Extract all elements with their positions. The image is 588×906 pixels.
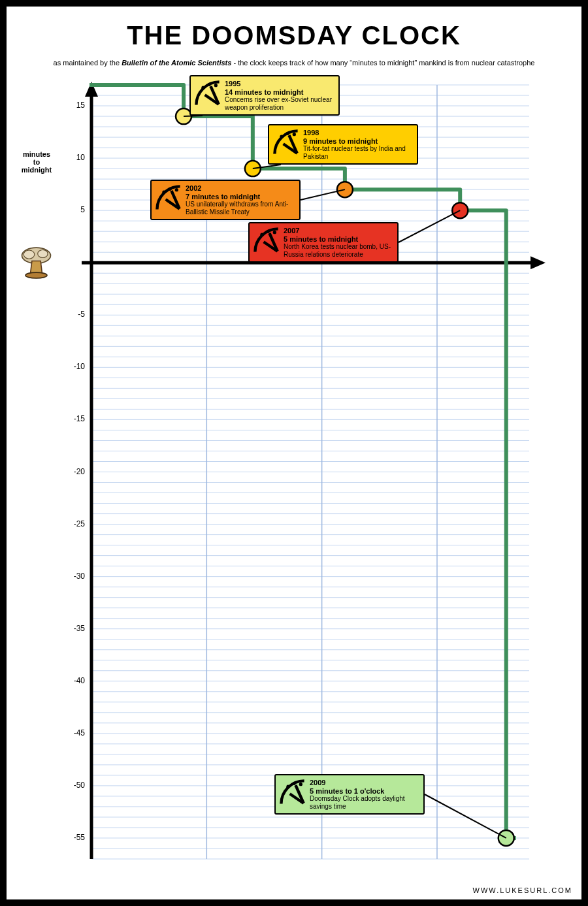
svg-point-84 xyxy=(280,135,283,138)
y-tick-label: -15 xyxy=(59,414,85,423)
callout-year: 1998 xyxy=(303,129,413,137)
y-axis-label: minutestomidnight xyxy=(17,150,56,174)
page-title: THE DOOMSDAY CLOCK xyxy=(7,21,581,50)
callout-desc: Concerns rise over ex-Soviet nuclear wea… xyxy=(225,96,335,111)
callout-year: 2002 xyxy=(186,184,295,193)
callout-desc: US unilaterally withdraws from Anti-Ball… xyxy=(186,201,295,216)
svg-point-91 xyxy=(175,188,178,191)
y-tick-label: -35 xyxy=(59,624,85,633)
svg-point-106 xyxy=(38,250,48,258)
callout-box: 20027 minutes to midnightUS unilaterally… xyxy=(150,180,301,220)
subtitle: as maintained by the Bulletin of the Ato… xyxy=(7,59,581,67)
clock-icon xyxy=(193,79,222,108)
callout-year: 2007 xyxy=(284,227,393,235)
svg-point-81 xyxy=(214,84,218,87)
svg-point-85 xyxy=(286,132,289,135)
data-point xyxy=(337,182,353,197)
subtitle-prefix: as maintained by the xyxy=(54,59,122,67)
callout-box: 19989 minutes to midnightTit-for-tat nuc… xyxy=(268,124,418,165)
callout-year: 1995 xyxy=(225,80,335,88)
callout-minutes: 5 minutes to midnight xyxy=(284,235,393,244)
svg-point-86 xyxy=(293,133,296,136)
y-tick-label: -40 xyxy=(59,676,85,685)
y-tick-label: 5 xyxy=(59,205,85,214)
clock-icon xyxy=(272,128,301,157)
callout-minutes: 5 minutes to 1 o'clock xyxy=(310,787,419,796)
callout-box: 20075 minutes to midnightNorth Korea tes… xyxy=(248,222,399,263)
callout-minutes: 14 minutes to midnight xyxy=(225,88,335,97)
svg-point-95 xyxy=(267,230,270,233)
svg-point-79 xyxy=(201,86,204,89)
y-tick-label: -5 xyxy=(59,310,85,319)
y-tick-label: -45 xyxy=(59,728,85,737)
y-tick-label: -25 xyxy=(59,519,85,528)
svg-point-107 xyxy=(25,272,47,278)
y-tick-label: -50 xyxy=(59,781,85,790)
svg-point-105 xyxy=(24,250,35,259)
callout-minutes: 7 minutes to midnight xyxy=(186,193,295,201)
clock-icon xyxy=(252,226,281,255)
callout-minutes: 9 minutes to midnight xyxy=(303,137,413,146)
subtitle-suffix: - the clock keeps track of how many “min… xyxy=(231,59,534,67)
callout-year: 2009 xyxy=(310,779,419,787)
chart-plot: 15105-5-10-15-20-25-30-35-40-45-50-55 19… xyxy=(59,82,555,866)
svg-point-101 xyxy=(299,783,302,786)
y-tick-label: -10 xyxy=(59,362,85,371)
callout-connector xyxy=(184,116,203,116)
svg-point-80 xyxy=(208,83,211,86)
callout-box: 199514 minutes to midnightConcerns rise … xyxy=(189,75,340,116)
subtitle-em: Bulletin of the Atomic Scientists xyxy=(122,59,231,67)
callout-connector xyxy=(399,210,460,242)
svg-point-89 xyxy=(162,191,165,194)
callout-desc: Tit-for-tat nuclear tests by India and P… xyxy=(303,145,413,160)
y-tick-label: -30 xyxy=(59,572,85,581)
y-tick-label: -20 xyxy=(59,467,85,476)
clock-icon xyxy=(154,184,183,212)
svg-point-94 xyxy=(260,233,263,236)
footer-link: WWW.LUKESURL.COM xyxy=(473,886,572,894)
callout-box: 20095 minutes to 1 o'clockDoomsday Clock… xyxy=(274,774,425,815)
mushroom-cloud-icon xyxy=(18,243,54,279)
y-tick-label: 15 xyxy=(59,101,85,110)
svg-point-100 xyxy=(293,782,296,785)
svg-point-90 xyxy=(169,187,172,191)
clock-icon xyxy=(278,778,307,807)
svg-point-96 xyxy=(273,231,276,234)
plot-svg xyxy=(59,82,555,866)
x-axis-arrow-icon xyxy=(531,256,546,269)
y-tick-label: -55 xyxy=(59,833,85,842)
callout-desc: North Korea tests nuclear bomb, US-Russi… xyxy=(284,243,393,258)
callout-desc: Doomsday Clock adopts daylight savings t… xyxy=(310,795,419,810)
svg-point-99 xyxy=(286,785,289,788)
y-tick-label: 10 xyxy=(59,153,85,162)
